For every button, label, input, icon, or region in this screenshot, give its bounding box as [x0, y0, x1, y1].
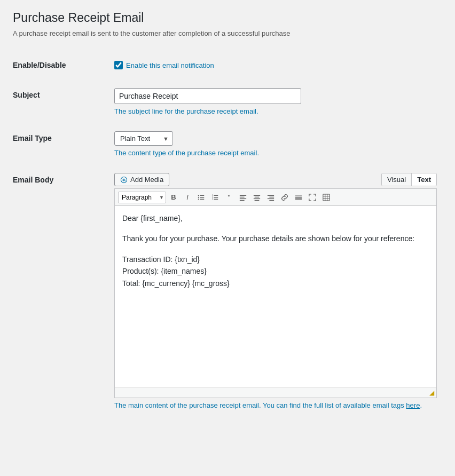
subject-label: Subject [13, 91, 40, 99]
blockquote-button[interactable]: " [223, 191, 236, 203]
svg-rect-2 [200, 197, 204, 197]
svg-rect-22 [269, 196, 274, 197]
fullscreen-icon [309, 194, 316, 201]
link-button[interactable] [278, 192, 291, 203]
page-description: A purchase receipt email is sent to the … [13, 29, 442, 37]
enable-checkbox[interactable] [114, 61, 123, 69]
unordered-list-button[interactable] [195, 192, 208, 203]
svg-rect-13 [240, 195, 246, 195]
editor-line-3: Transaction ID: {txn_id} Product(s): {it… [122, 253, 429, 289]
svg-rect-17 [254, 195, 260, 195]
fullscreen-button[interactable] [306, 192, 319, 203]
body-description: The main content of the purchase receipt… [114, 401, 437, 409]
page-title: Purchase Receipt Email [13, 11, 442, 25]
align-right-icon [267, 194, 274, 201]
svg-rect-16 [240, 200, 245, 200]
ul-icon [198, 194, 205, 201]
email-type-select-wrapper: Plain Text HTML ▼ [114, 131, 173, 146]
subject-description: The subject line for the purchase receip… [114, 107, 437, 115]
svg-rect-25 [295, 195, 302, 196]
ol-icon: 1 2 3 [211, 194, 219, 201]
editor-line-1: Dear {first_name}, [122, 212, 429, 224]
svg-rect-19 [254, 198, 260, 199]
editor-resize-handle[interactable]: ◢ [115, 387, 436, 398]
svg-rect-7 [214, 195, 218, 195]
link-icon [281, 194, 288, 201]
email-type-label: Email Type [13, 134, 52, 142]
enable-checkbox-label[interactable]: Enable this email notification [114, 61, 437, 69]
visual-tab[interactable]: Visual [382, 173, 412, 186]
align-right-button[interactable] [264, 192, 277, 203]
visual-text-tabs: Visual Text [381, 173, 437, 186]
editor-toolbar: Paragraph ▼ B I [115, 189, 436, 206]
email-type-select[interactable]: Plain Text HTML [114, 131, 173, 146]
paragraph-select[interactable]: Paragraph [118, 192, 166, 203]
editor-content[interactable]: Dear {first_name}, Thank you for your pu… [115, 206, 436, 387]
horizontal-rule-button[interactable] [292, 192, 305, 203]
ordered-list-button[interactable]: 1 2 3 [209, 192, 222, 203]
page-container: Purchase Receipt Email A purchase receip… [0, 0, 455, 476]
add-media-button[interactable]: Add Media [114, 173, 169, 186]
text-tab[interactable]: Text [412, 173, 436, 186]
email-body-label: Email Body [13, 176, 53, 184]
email-tags-link[interactable]: here [406, 401, 420, 409]
hr-icon [295, 194, 302, 201]
align-center-icon [253, 194, 261, 201]
table-icon [323, 194, 330, 201]
svg-point-4 [198, 195, 199, 196]
email-body-row: Email Body Add Media [13, 165, 442, 417]
svg-rect-20 [255, 200, 260, 200]
subject-row: Subject The subject line for the purchas… [13, 80, 442, 123]
align-center-button[interactable] [250, 192, 263, 203]
subject-input[interactable] [114, 88, 301, 104]
svg-rect-24 [269, 200, 274, 200]
svg-rect-18 [255, 196, 260, 197]
add-media-icon [120, 176, 128, 184]
resize-icon: ◢ [429, 389, 434, 396]
svg-point-6 [198, 199, 199, 200]
svg-rect-9 [214, 199, 218, 199]
italic-button[interactable]: I [181, 192, 194, 203]
svg-rect-29 [323, 194, 330, 200]
svg-rect-15 [240, 198, 246, 199]
svg-rect-1 [200, 195, 204, 195]
email-type-row: Email Type Plain Text HTML ▼ The content… [13, 123, 442, 165]
editor-container: Paragraph ▼ B I [114, 188, 437, 398]
svg-rect-8 [214, 197, 218, 197]
table-button[interactable] [320, 192, 333, 203]
align-left-button[interactable] [237, 192, 249, 203]
align-left-icon [239, 194, 247, 201]
enable-disable-label: Enable/Disable [13, 61, 66, 69]
svg-rect-27 [295, 198, 302, 199]
svg-rect-14 [240, 196, 245, 197]
email-body-section: Add Media Visual Text P [114, 173, 437, 409]
svg-point-5 [198, 196, 199, 197]
enable-disable-row: Enable/Disable Enable this email notific… [13, 50, 442, 80]
svg-rect-3 [200, 199, 204, 199]
form-table: Enable/Disable Enable this email notific… [13, 50, 442, 417]
paragraph-select-wrapper: Paragraph ▼ [118, 192, 166, 203]
svg-rect-23 [268, 198, 274, 199]
svg-rect-26 [295, 197, 302, 197]
svg-text:3: 3 [212, 198, 213, 200]
email-type-description: The content type of the purchase receipt… [114, 149, 437, 157]
svg-rect-21 [268, 195, 274, 195]
editor-top-bar: Add Media Visual Text [114, 173, 437, 186]
editor-line-2: Thank you for your purchase. Your purcha… [122, 233, 429, 244]
bold-button[interactable]: B [167, 192, 180, 203]
